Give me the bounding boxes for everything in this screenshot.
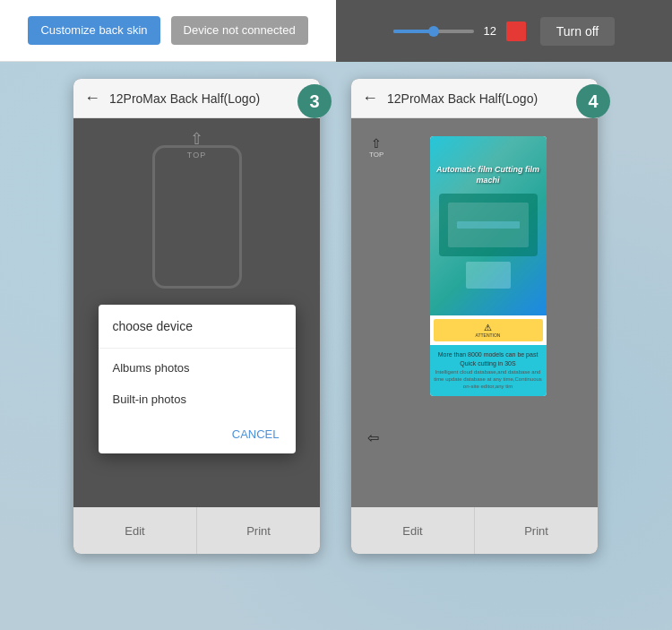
dialog-cancel-button[interactable]: CANCEL bbox=[227, 422, 285, 446]
screen3-title: 12ProMax Back Half(Logo) bbox=[109, 91, 260, 106]
screen3-header: ← 12ProMax Back Half(Logo) bbox=[73, 79, 320, 118]
screen4-back-arrow[interactable]: ← bbox=[362, 89, 378, 108]
screen3-body: ⇧ TOP choose device Albums photos Built-… bbox=[73, 118, 320, 507]
slider-track[interactable] bbox=[393, 30, 474, 33]
slider-thumb bbox=[428, 26, 439, 37]
screen3-edit-button[interactable]: Edit bbox=[73, 507, 196, 554]
screen4-toolbar: Edit Print bbox=[351, 507, 598, 554]
screen4-top-label: TOP bbox=[369, 151, 383, 159]
screen4-left-arrow: ⇦ bbox=[367, 429, 379, 446]
device-not-connected-button[interactable]: Device not connected bbox=[171, 16, 308, 46]
attention-icon: ⚠ bbox=[437, 323, 539, 332]
dialog-title: choose device bbox=[99, 319, 296, 344]
product-bottom: More than 8000 models can be past Quick … bbox=[430, 345, 547, 396]
top-left-panel: Customize back skin Device not connected bbox=[0, 0, 336, 62]
step-4-badge: 4 bbox=[576, 84, 610, 118]
product-card: Automatic film Cutting film machi ⚠ ATTE… bbox=[430, 136, 547, 396]
product-image: Automatic film Cutting film machi bbox=[430, 136, 547, 315]
screen4-title: 12ProMax Back Half(Logo) bbox=[387, 91, 538, 106]
screen-4: ← 12ProMax Back Half(Logo) ⇧ TOP Automat… bbox=[351, 79, 598, 554]
attention-box: ⚠ ATTENTION bbox=[434, 319, 543, 341]
color-swatch[interactable] bbox=[506, 22, 526, 41]
product-subtext: Intelligent cloud database,and database … bbox=[434, 368, 543, 391]
screen3-print-button[interactable]: Print bbox=[196, 507, 320, 554]
slider-container: 12 bbox=[393, 22, 526, 41]
choose-device-dialog: choose device Albums photos Built-in pho… bbox=[99, 305, 296, 453]
dialog-builtin-option[interactable]: Built-in photos bbox=[99, 384, 296, 415]
step-3-badge: 3 bbox=[297, 84, 332, 118]
screen3-dialog-overlay: choose device Albums photos Built-in pho… bbox=[73, 118, 320, 507]
machine-illustration bbox=[439, 194, 538, 256]
screen4-header: ← 12ProMax Back Half(Logo) bbox=[351, 79, 598, 118]
screen4-top-indicator: ⇧ TOP bbox=[369, 136, 383, 159]
product-tagline: More than 8000 models can be past Quick … bbox=[434, 350, 543, 368]
product-image-headline: Automatic film Cutting film machi bbox=[430, 161, 547, 189]
screen-3: ← 12ProMax Back Half(Logo) ⇧ TOP choose … bbox=[73, 79, 320, 554]
screen4-body: ⇧ TOP Automatic film Cutting film machi … bbox=[351, 118, 598, 507]
machine-bar bbox=[457, 221, 520, 229]
top-right-panel: 12 Turn off bbox=[336, 0, 672, 62]
screen4-edit-button[interactable]: Edit bbox=[351, 507, 474, 554]
machine-panel bbox=[466, 262, 511, 289]
screen4-up-arrow-icon: ⇧ bbox=[371, 136, 382, 151]
customize-button[interactable]: Customize back skin bbox=[28, 16, 159, 46]
screen3-toolbar: Edit Print bbox=[73, 507, 320, 554]
dialog-divider-1 bbox=[99, 348, 296, 349]
turnoff-button[interactable]: Turn off bbox=[540, 17, 615, 46]
screen4-print-button[interactable]: Print bbox=[474, 507, 598, 554]
screen3-back-arrow[interactable]: ← bbox=[84, 89, 100, 108]
top-bar: Customize back skin Device not connected… bbox=[0, 0, 672, 62]
machine-inner bbox=[448, 203, 529, 247]
slider-value: 12 bbox=[481, 24, 499, 38]
dialog-albums-option[interactable]: Albums photos bbox=[99, 352, 296, 384]
attention-text: ATTENTION bbox=[437, 332, 539, 338]
dialog-actions: CANCEL bbox=[99, 415, 296, 453]
